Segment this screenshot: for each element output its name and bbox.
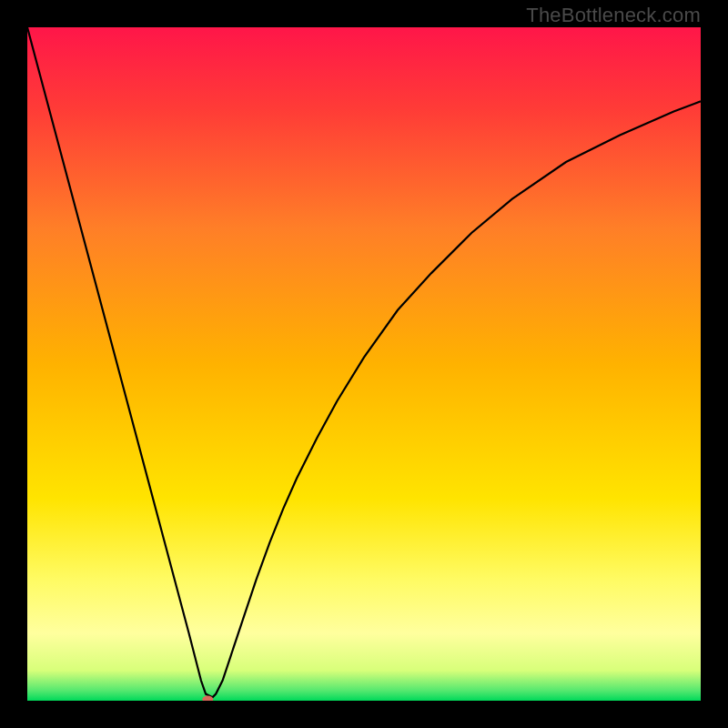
chart-svg	[27, 27, 701, 701]
chart-frame: TheBottleneck.com	[0, 0, 728, 728]
plot-area	[27, 27, 701, 701]
gradient-background	[27, 27, 701, 701]
watermark-text: TheBottleneck.com	[526, 4, 701, 27]
